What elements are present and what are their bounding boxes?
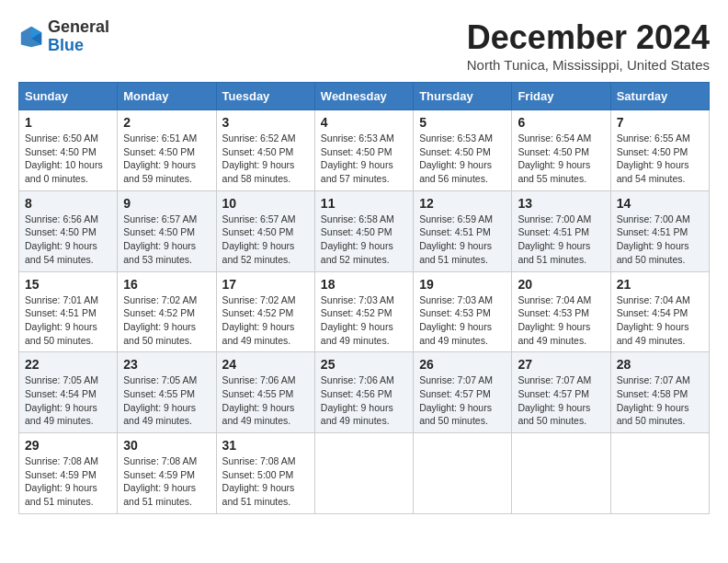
day-number: 2 bbox=[123, 115, 210, 130]
day-number: 31 bbox=[222, 438, 309, 453]
day-number: 4 bbox=[321, 115, 407, 130]
calendar-cell: 22Sunrise: 7:05 AM Sunset: 4:54 PM Dayli… bbox=[19, 352, 118, 433]
calendar-cell: 29Sunrise: 7:08 AM Sunset: 4:59 PM Dayli… bbox=[19, 433, 118, 514]
day-number: 14 bbox=[617, 196, 703, 211]
day-number: 9 bbox=[123, 196, 210, 211]
calendar-cell: 25Sunrise: 7:06 AM Sunset: 4:56 PM Dayli… bbox=[314, 352, 413, 433]
day-info: Sunrise: 7:06 AM Sunset: 4:56 PM Dayligh… bbox=[321, 373, 407, 428]
day-info: Sunrise: 6:57 AM Sunset: 4:50 PM Dayligh… bbox=[222, 213, 309, 267]
day-number: 25 bbox=[321, 357, 407, 372]
calendar-cell: 4Sunrise: 6:53 AM Sunset: 4:50 PM Daylig… bbox=[314, 110, 413, 191]
calendar-cell bbox=[414, 433, 512, 514]
day-number: 30 bbox=[123, 438, 210, 453]
calendar-cell bbox=[314, 433, 413, 514]
day-number: 20 bbox=[518, 277, 604, 292]
day-info: Sunrise: 7:02 AM Sunset: 4:52 PM Dayligh… bbox=[222, 293, 309, 348]
logo-icon bbox=[18, 24, 44, 50]
day-info: Sunrise: 7:04 AM Sunset: 4:54 PM Dayligh… bbox=[617, 293, 703, 348]
calendar-cell: 24Sunrise: 7:06 AM Sunset: 4:55 PM Dayli… bbox=[216, 352, 314, 433]
day-number: 23 bbox=[123, 357, 210, 372]
calendar-cell: 10Sunrise: 6:57 AM Sunset: 4:50 PM Dayli… bbox=[216, 190, 314, 271]
calendar-cell: 26Sunrise: 7:07 AM Sunset: 4:57 PM Dayli… bbox=[414, 352, 512, 433]
day-number: 15 bbox=[25, 277, 111, 292]
calendar-cell: 18Sunrise: 7:03 AM Sunset: 4:52 PM Dayli… bbox=[314, 271, 413, 352]
day-info: Sunrise: 6:53 AM Sunset: 4:50 PM Dayligh… bbox=[321, 132, 407, 186]
day-number: 12 bbox=[419, 196, 506, 211]
day-number: 22 bbox=[25, 357, 111, 372]
calendar-header-wednesday: Wednesday bbox=[314, 83, 413, 110]
calendar-cell: 16Sunrise: 7:02 AM Sunset: 4:52 PM Dayli… bbox=[118, 271, 216, 352]
day-info: Sunrise: 7:08 AM Sunset: 4:59 PM Dayligh… bbox=[123, 454, 210, 509]
calendar-cell: 13Sunrise: 7:00 AM Sunset: 4:51 PM Dayli… bbox=[512, 190, 610, 271]
calendar-cell: 30Sunrise: 7:08 AM Sunset: 4:59 PM Dayli… bbox=[118, 433, 216, 514]
day-info: Sunrise: 6:56 AM Sunset: 4:50 PM Dayligh… bbox=[25, 213, 111, 267]
day-info: Sunrise: 7:03 AM Sunset: 4:52 PM Dayligh… bbox=[321, 293, 407, 348]
day-info: Sunrise: 7:05 AM Sunset: 4:55 PM Dayligh… bbox=[123, 373, 210, 428]
calendar-cell: 1Sunrise: 6:50 AM Sunset: 4:50 PM Daylig… bbox=[19, 110, 118, 191]
calendar-header-thursday: Thursday bbox=[414, 83, 512, 110]
day-number: 28 bbox=[617, 357, 703, 372]
title-area: December 2024 North Tunica, Mississippi,… bbox=[467, 18, 710, 73]
day-number: 29 bbox=[25, 438, 111, 453]
day-info: Sunrise: 7:04 AM Sunset: 4:53 PM Dayligh… bbox=[518, 293, 604, 348]
day-number: 21 bbox=[617, 277, 703, 292]
day-info: Sunrise: 6:50 AM Sunset: 4:50 PM Dayligh… bbox=[25, 132, 111, 186]
calendar-cell: 31Sunrise: 7:08 AM Sunset: 5:00 PM Dayli… bbox=[216, 433, 314, 514]
day-info: Sunrise: 6:57 AM Sunset: 4:50 PM Dayligh… bbox=[123, 213, 210, 267]
day-number: 18 bbox=[321, 277, 407, 292]
day-info: Sunrise: 7:00 AM Sunset: 4:51 PM Dayligh… bbox=[518, 213, 604, 267]
calendar-cell: 9Sunrise: 6:57 AM Sunset: 4:50 PM Daylig… bbox=[118, 190, 216, 271]
calendar-cell: 5Sunrise: 6:53 AM Sunset: 4:50 PM Daylig… bbox=[414, 110, 512, 191]
calendar-week-5: 29Sunrise: 7:08 AM Sunset: 4:59 PM Dayli… bbox=[19, 433, 710, 514]
day-number: 26 bbox=[419, 357, 506, 372]
day-number: 16 bbox=[123, 277, 210, 292]
calendar-cell: 3Sunrise: 6:52 AM Sunset: 4:50 PM Daylig… bbox=[216, 110, 314, 191]
calendar-cell: 11Sunrise: 6:58 AM Sunset: 4:50 PM Dayli… bbox=[314, 190, 413, 271]
day-number: 24 bbox=[222, 357, 309, 372]
day-info: Sunrise: 6:51 AM Sunset: 4:50 PM Dayligh… bbox=[123, 132, 210, 186]
calendar-cell: 6Sunrise: 6:54 AM Sunset: 4:50 PM Daylig… bbox=[512, 110, 610, 191]
calendar-cell: 21Sunrise: 7:04 AM Sunset: 4:54 PM Dayli… bbox=[610, 271, 709, 352]
calendar-header-sunday: Sunday bbox=[19, 83, 118, 110]
calendar-cell: 27Sunrise: 7:07 AM Sunset: 4:57 PM Dayli… bbox=[512, 352, 610, 433]
day-number: 19 bbox=[419, 277, 506, 292]
day-info: Sunrise: 6:52 AM Sunset: 4:50 PM Dayligh… bbox=[222, 132, 309, 186]
calendar-cell: 7Sunrise: 6:55 AM Sunset: 4:50 PM Daylig… bbox=[610, 110, 709, 191]
day-number: 7 bbox=[617, 115, 703, 130]
calendar-header-friday: Friday bbox=[512, 83, 610, 110]
calendar-cell: 8Sunrise: 6:56 AM Sunset: 4:50 PM Daylig… bbox=[19, 190, 118, 271]
calendar-cell: 23Sunrise: 7:05 AM Sunset: 4:55 PM Dayli… bbox=[118, 352, 216, 433]
day-info: Sunrise: 7:07 AM Sunset: 4:58 PM Dayligh… bbox=[617, 373, 703, 428]
day-number: 27 bbox=[518, 357, 604, 372]
day-number: 8 bbox=[25, 196, 111, 211]
day-number: 5 bbox=[419, 115, 506, 130]
calendar-cell bbox=[512, 433, 610, 514]
calendar-cell: 2Sunrise: 6:51 AM Sunset: 4:50 PM Daylig… bbox=[118, 110, 216, 191]
calendar-week-2: 8Sunrise: 6:56 AM Sunset: 4:50 PM Daylig… bbox=[19, 190, 710, 271]
day-info: Sunrise: 6:58 AM Sunset: 4:50 PM Dayligh… bbox=[321, 213, 407, 267]
location-title: North Tunica, Mississippi, United States bbox=[467, 57, 710, 73]
day-info: Sunrise: 7:06 AM Sunset: 4:55 PM Dayligh… bbox=[222, 373, 309, 428]
day-number: 10 bbox=[222, 196, 309, 211]
day-info: Sunrise: 7:07 AM Sunset: 4:57 PM Dayligh… bbox=[518, 373, 604, 428]
day-number: 11 bbox=[321, 196, 407, 211]
calendar-header-row: SundayMondayTuesdayWednesdayThursdayFrid… bbox=[19, 83, 710, 110]
page-header: General Blue December 2024 North Tunica,… bbox=[18, 18, 710, 73]
logo-general-text: General bbox=[48, 18, 109, 37]
day-info: Sunrise: 7:01 AM Sunset: 4:51 PM Dayligh… bbox=[25, 293, 111, 348]
day-info: Sunrise: 7:05 AM Sunset: 4:54 PM Dayligh… bbox=[25, 373, 111, 428]
day-number: 1 bbox=[25, 115, 111, 130]
day-info: Sunrise: 7:08 AM Sunset: 5:00 PM Dayligh… bbox=[222, 454, 309, 509]
calendar-header-saturday: Saturday bbox=[610, 83, 709, 110]
day-info: Sunrise: 7:07 AM Sunset: 4:57 PM Dayligh… bbox=[419, 373, 506, 428]
logo-blue-text: Blue bbox=[48, 37, 109, 55]
calendar-header-tuesday: Tuesday bbox=[216, 83, 314, 110]
day-info: Sunrise: 7:02 AM Sunset: 4:52 PM Dayligh… bbox=[123, 293, 210, 348]
calendar-week-1: 1Sunrise: 6:50 AM Sunset: 4:50 PM Daylig… bbox=[19, 110, 710, 191]
calendar-cell bbox=[610, 433, 709, 514]
day-info: Sunrise: 7:00 AM Sunset: 4:51 PM Dayligh… bbox=[617, 213, 703, 267]
day-number: 17 bbox=[222, 277, 309, 292]
calendar-week-3: 15Sunrise: 7:01 AM Sunset: 4:51 PM Dayli… bbox=[19, 271, 710, 352]
calendar-cell: 12Sunrise: 6:59 AM Sunset: 4:51 PM Dayli… bbox=[414, 190, 512, 271]
calendar-cell: 19Sunrise: 7:03 AM Sunset: 4:53 PM Dayli… bbox=[414, 271, 512, 352]
